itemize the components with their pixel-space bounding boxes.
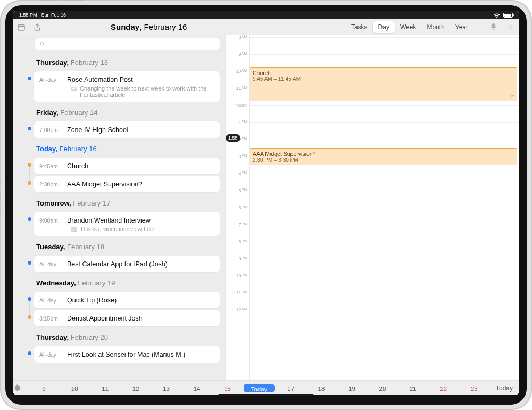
calendar-icon[interactable] [17, 23, 26, 31]
day-header: Today, February 16 [13, 140, 225, 156]
day-header: Wednesday, February 19 [13, 274, 225, 290]
app-toolbar: Sunday, February 16 TasksDayWeekMonthYea… [13, 19, 519, 35]
event-row[interactable]: All-dayFirst Look at Sensei for Mac (Mar… [34, 346, 220, 363]
event-row[interactable]: 2:30pmAAA Midget Supervision? [34, 176, 220, 192]
hour-label: 9AM [238, 52, 247, 57]
page-title: Sunday, February 16 [111, 22, 187, 31]
event-time: 3:15pm [39, 315, 65, 322]
bezel: 1:55 PM Sun Feb 16 [5, 5, 527, 405]
hour-label: 12AM [236, 307, 247, 313]
event-time: 2:30pm [39, 181, 65, 187]
date-cell[interactable]: 17 [276, 382, 306, 394]
svg-rect-8 [72, 229, 76, 229]
day-grid[interactable]: 8AM9AM10AM11AMNoon1PM2PM3PM4PM5PM6PM7PM8… [226, 35, 519, 380]
home-indicator[interactable] [218, 394, 314, 396]
date-cell[interactable]: 12 [120, 382, 151, 394]
share-icon[interactable] [33, 23, 41, 31]
hour-label: 5PM [238, 188, 247, 193]
event-row[interactable]: All-dayQuick Tip (Rose) [34, 292, 220, 308]
view-tab-month[interactable]: Month [421, 21, 450, 33]
day-header: Friday, February 14 [13, 103, 225, 120]
event-time: 9:45am [39, 163, 65, 169]
event-title: Rose Automation Post [67, 76, 133, 84]
battery-icon [503, 13, 513, 18]
view-tab-year[interactable]: Year [450, 21, 473, 33]
current-time-indicator: 1:55 [226, 138, 518, 138]
bell-icon[interactable] [489, 23, 497, 31]
search-input[interactable] [35, 38, 220, 50]
date-cell[interactable]: 13 [151, 382, 181, 394]
event-note: This is a video interview I did [71, 226, 214, 232]
date-cell[interactable]: 9 [29, 382, 59, 394]
event-row[interactable]: 7:00pmZone IV High School [34, 121, 220, 138]
screen: 1:55 PM Sun Feb 16 [13, 11, 519, 395]
hour-label: 9PM [238, 256, 247, 261]
svg-rect-7 [72, 228, 76, 229]
event-title: Quick Tip (Rose) [67, 297, 117, 304]
svg-rect-5 [72, 89, 74, 90]
event-row[interactable]: 9:00amBrandon Wentland InterviewThis is … [34, 212, 220, 236]
calendar-event-block[interactable]: AAA Midget Supervision?2:30 PM – 3:30 PM [250, 148, 517, 165]
event-row[interactable]: All-dayRose Automation PostChanging the … [34, 71, 220, 102]
view-tab-day[interactable]: Day [373, 21, 395, 33]
event-time: All-day [39, 261, 65, 267]
hour-label: 11AM [236, 86, 247, 91]
hour-label: 8PM [238, 239, 247, 244]
event-dot [28, 181, 31, 185]
date-cell[interactable]: 14 [181, 382, 212, 394]
wifi-icon [494, 13, 500, 18]
hour-label: 7PM [238, 222, 247, 227]
date-cell[interactable]: 18 [306, 382, 336, 394]
repeat-icon: ⟳ [510, 93, 514, 99]
today-button[interactable]: Today [489, 384, 519, 392]
date-cell[interactable]: 23 [459, 382, 489, 394]
hour-label: 4PM [238, 171, 247, 176]
agenda-list[interactable]: Thursday, February 13All-dayRose Automat… [13, 53, 225, 380]
event-dot [28, 127, 31, 130]
hour-label: 6PM [238, 205, 247, 210]
event-dot [28, 297, 31, 301]
date-cell[interactable]: 21 [398, 382, 428, 394]
volume-down-button [63, 0, 84, 1]
settings-icon[interactable] [13, 384, 29, 392]
date-cell[interactable]: 11 [90, 382, 120, 394]
volume-up-button [38, 0, 60, 1]
status-time: 1:55 PM [19, 12, 37, 18]
event-time: All-day [39, 351, 65, 358]
event-row[interactable]: All-dayBest Calendar App for iPad (Josh) [34, 256, 220, 272]
event-dot [28, 217, 31, 221]
date-cell-today[interactable]: Today [244, 384, 274, 392]
add-icon[interactable] [507, 23, 515, 31]
view-tab-tasks[interactable]: Tasks [346, 21, 373, 33]
event-dot [28, 163, 31, 167]
side-dot [0, 181, 1, 184]
event-dot [28, 315, 31, 319]
block-title: AAA Midget Supervision? [253, 151, 514, 157]
view-segmented-control[interactable]: TasksDayWeekMonthYear [346, 21, 473, 33]
event-title: Church [67, 162, 88, 170]
event-note: Changing the week to next week to work w… [71, 85, 214, 98]
date-cell[interactable]: 20 [367, 382, 397, 394]
calendar-event-block[interactable]: Church9:45 AM – 11:45 AM⟳ [250, 67, 517, 101]
block-title: Church [253, 70, 514, 76]
day-header: Thursday, February 13 [13, 53, 225, 70]
agenda-pane: Thursday, February 13All-dayRose Automat… [13, 35, 226, 380]
note-icon [71, 87, 77, 91]
event-title: Zone IV High School [67, 126, 128, 134]
day-header: Tomorrow, February 17 [13, 194, 225, 210]
title-weekday: Sunday [111, 22, 139, 31]
side-button-2 [0, 204, 1, 214]
status-bar: 1:55 PM Sun Feb 16 [13, 11, 519, 19]
event-row[interactable]: 3:15pmDentist Appointment Josh [34, 310, 220, 326]
date-strip: 9101112131415Today17181920212223 Today [13, 380, 519, 395]
event-dot [28, 351, 31, 355]
view-tab-week[interactable]: Week [395, 21, 421, 33]
hour-label: Noon [235, 103, 247, 108]
event-time: All-day [39, 297, 65, 304]
event-row[interactable]: 9:45amChurch [34, 158, 220, 174]
date-cell[interactable]: 10 [59, 382, 89, 394]
hour-label: 8AM [238, 35, 247, 40]
date-cell[interactable]: 15 [212, 382, 243, 394]
date-cell[interactable]: 19 [337, 382, 367, 394]
date-cell[interactable]: 22 [428, 382, 459, 394]
